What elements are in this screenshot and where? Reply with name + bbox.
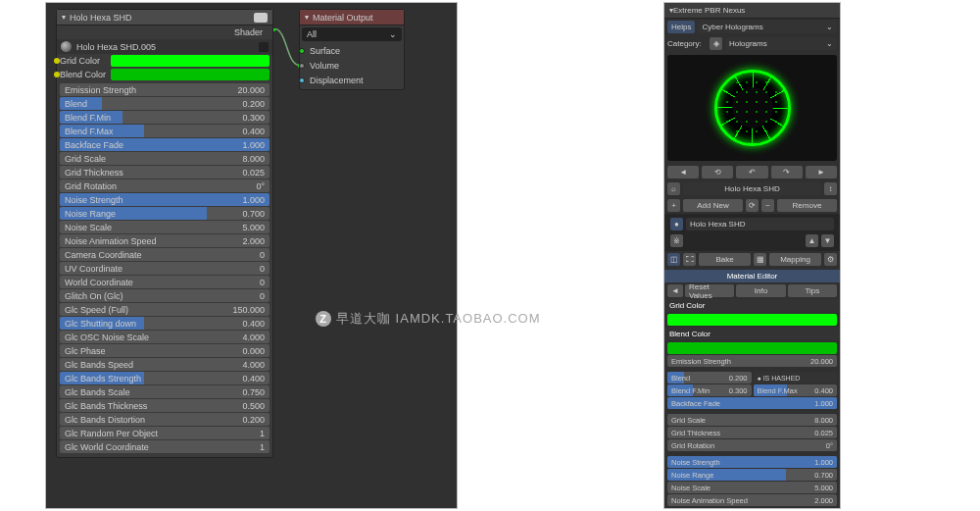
param-row[interactable]: Blend 0.200	[60, 97, 270, 110]
node-title: Holo Hexa SHD	[70, 10, 132, 26]
param-row[interactable]: Noise Strength 1.000	[60, 193, 270, 206]
category-select[interactable]: Holograms⌄	[725, 37, 837, 50]
helps-select[interactable]: Cyber Holograms⌄	[698, 21, 837, 33]
add-icon[interactable]: +	[667, 199, 680, 212]
node-preview-icon[interactable]	[254, 13, 268, 23]
param-name: Glc Bands Distortion	[60, 415, 242, 425]
material-output-node[interactable]: ▾ Material Output All ⌄ SurfaceVolumeDis…	[299, 9, 405, 90]
grid-color-swatch[interactable]	[111, 55, 270, 67]
param-row[interactable]: Glc Random Per Object 1	[60, 427, 270, 439]
bake-button[interactable]: Bake	[699, 253, 751, 266]
next-mat-button[interactable]: ►	[806, 166, 837, 179]
shield-icon[interactable]	[259, 42, 269, 52]
tex-icon[interactable]: ◫	[667, 253, 680, 266]
grid-icon[interactable]: ▦	[754, 253, 766, 266]
reset-values-button[interactable]: Reset Values	[685, 284, 734, 297]
add-new-button[interactable]: Add New	[683, 199, 743, 212]
collapse-icon[interactable]: ▾	[62, 10, 66, 26]
output-node-title: Material Output	[313, 10, 373, 26]
output-socket[interactable]: Volume	[302, 58, 402, 73]
param-row[interactable]: Blend0.200	[667, 372, 752, 383]
param-row[interactable]: World Coordinate 0	[60, 276, 270, 288]
param-value: 0.400	[242, 374, 270, 383]
param-row[interactable]: Glc Bands Thickness 0.500	[60, 399, 270, 412]
param-row[interactable]: Blend F.Min0.300	[667, 384, 752, 396]
param-row[interactable]: Noise Scale 5.000	[60, 221, 270, 233]
param-row[interactable]: Backface Fade1.000	[667, 397, 837, 409]
param-row[interactable]: Grid Rotation0°	[667, 439, 837, 451]
param-row[interactable]: Blend F.Min 0.300	[60, 111, 270, 124]
output-target-select[interactable]: All ⌄	[302, 27, 402, 41]
link-icon[interactable]: ⛶	[683, 253, 696, 266]
param-row[interactable]: UV Coordinate 0	[60, 262, 270, 275]
redo-button[interactable]: ↷	[771, 166, 803, 179]
param-row[interactable]: Grid Thickness 0.025	[60, 166, 270, 179]
param-row[interactable]: Grid Rotation 0°	[60, 179, 270, 192]
grid-color-swatch[interactable]	[667, 314, 837, 326]
param-row[interactable]: Emission Strength20.000	[667, 355, 837, 367]
tips-button[interactable]: Tips	[788, 284, 837, 297]
collapse-icon[interactable]: ▾	[305, 10, 309, 26]
shader-node[interactable]: ▾ Holo Hexa SHD Shader Holo Hexa SHD.005…	[56, 9, 273, 458]
options-icon[interactable]: ↕	[824, 182, 837, 195]
minus-icon[interactable]: −	[761, 199, 774, 212]
helps-button[interactable]: Helps	[667, 21, 695, 33]
material-editor-header[interactable]: Material Editor	[664, 270, 840, 282]
left-arrow-icon[interactable]: ◄	[667, 284, 683, 297]
search-icon[interactable]: ⌕	[667, 182, 680, 195]
material-name-field[interactable]: Holo Hexa SHD	[683, 182, 821, 195]
param-row[interactable]: Camera Coordinate 0	[60, 248, 270, 261]
shader-name-field[interactable]: Holo Hexa SHD	[686, 218, 834, 230]
param-row[interactable]: Grid Scale8.000	[667, 414, 837, 426]
param-row[interactable]: Noise Range 0.700	[60, 207, 270, 220]
output-node-header[interactable]: ▾ Material Output	[300, 10, 404, 26]
up-icon[interactable]: ▲	[806, 234, 818, 247]
param-row[interactable]: Glc Bands Speed 4.000	[60, 358, 270, 371]
param-row[interactable]: Noise Scale5.000	[667, 482, 837, 493]
param-row[interactable]: Glc Shutting down 0.400	[60, 317, 270, 330]
undo-button[interactable]: ↶	[736, 166, 767, 179]
blend-color-swatch[interactable]	[111, 69, 270, 80]
param-row[interactable]: Emission Strength 20.000	[60, 83, 270, 96]
gear-icon[interactable]: ⚙	[824, 253, 837, 266]
node-header[interactable]: ▾ Holo Hexa SHD	[57, 10, 272, 26]
remove-button[interactable]: Remove	[777, 199, 837, 212]
info-button[interactable]: Info	[736, 284, 785, 297]
param-row[interactable]: Glc Speed (Full) 150.000	[60, 303, 270, 316]
param-value: 0.500	[242, 401, 270, 411]
param-row[interactable]: Backface Fade 1.000	[60, 138, 270, 151]
blend-color-row[interactable]: Blend Color	[57, 68, 272, 81]
param-row[interactable]: Grid Scale 8.000	[60, 152, 270, 165]
param-row[interactable]: Noise Range0.700	[667, 469, 837, 481]
mat-sphere-icon[interactable]: ●	[670, 218, 683, 230]
grid-color-row[interactable]: Grid Color	[57, 54, 272, 68]
param-row[interactable]: Glc Bands Strength 0.400	[60, 372, 270, 384]
param-row[interactable]: Glc OSC Noise Scale 4.000	[60, 331, 270, 343]
mapping-button[interactable]: Mapping	[769, 253, 821, 266]
param-row[interactable]: Noise Animation Speed 2.000	[60, 234, 270, 247]
param-name: Glc World Coordinate	[60, 442, 260, 452]
param-row[interactable]: ● IS HASHED	[754, 372, 838, 383]
param-row[interactable]: Glc Bands Distortion 0.200	[60, 413, 270, 426]
blend-color-swatch[interactable]	[667, 342, 837, 354]
panel-header[interactable]: ▾ Extreme PBR Nexus	[664, 3, 840, 19]
param-row[interactable]: Glitch On (Glc) 0	[60, 289, 270, 302]
param-row[interactable]: Glc Bands Scale 0.750	[60, 385, 270, 398]
material-preview[interactable]	[667, 55, 837, 161]
param-row[interactable]: Grid Thickness0.025	[667, 427, 837, 438]
param-row[interactable]: Glc Phase 0.000	[60, 344, 270, 357]
param-row[interactable]: Blend F.Max 0.400	[60, 125, 270, 137]
category-icon-button[interactable]: ◈	[710, 37, 722, 50]
replace-icon[interactable]: ⟳	[746, 199, 759, 212]
param-row[interactable]: Noise Strength1.000	[667, 456, 837, 468]
reload-button[interactable]: ⟲	[702, 166, 733, 179]
output-socket[interactable]: Displacement	[302, 73, 402, 87]
node-group-selector[interactable]: Holo Hexa SHD.005	[57, 39, 272, 54]
fx-icon[interactable]: ※	[670, 234, 683, 247]
param-row[interactable]: Blend F.Max0.400	[754, 384, 838, 396]
param-row[interactable]: Noise Animation Speed2.000	[667, 494, 837, 506]
prev-mat-button[interactable]: ◄	[667, 166, 699, 179]
param-row[interactable]: Glc World Coordinate 1	[60, 440, 270, 453]
output-socket[interactable]: Surface	[302, 43, 402, 58]
down-icon[interactable]: ▼	[821, 234, 834, 247]
